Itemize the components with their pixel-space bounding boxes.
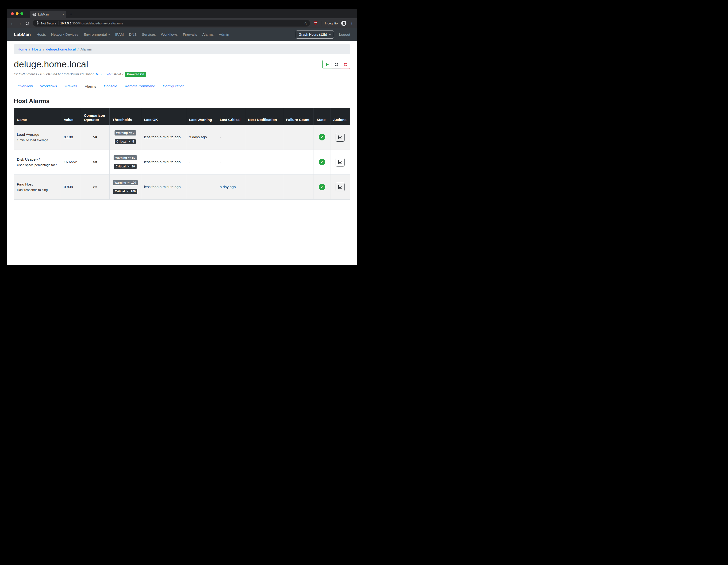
chart-line-icon: [338, 160, 342, 164]
table-row: Disk Usage - /Used space percentage for …: [14, 149, 350, 174]
nav-item-dns[interactable]: DNS: [126, 32, 139, 37]
col-state: State: [314, 108, 330, 125]
app-navbar: LabMan Hosts Network Devices Environment…: [7, 28, 357, 41]
restart-host-button[interactable]: [332, 60, 341, 69]
graph-hours-dropdown[interactable]: Graph Hours (12h): [296, 31, 334, 38]
alarm-name: Disk Usage - /: [17, 157, 58, 161]
start-host-button[interactable]: [322, 60, 332, 69]
zoom-button[interactable]: [20, 12, 23, 15]
breadcrumb-hosts[interactable]: Hosts: [32, 47, 42, 51]
tab-remote-command[interactable]: Remote Command: [121, 82, 159, 91]
table-row: Ping HostHost responds to ping 0.839 >= …: [14, 174, 350, 199]
url-path: :3000/hosts/deluge-home-local/alarms: [71, 22, 123, 25]
nav-item-alarms[interactable]: Alarms: [200, 32, 216, 37]
next-notification: [245, 174, 283, 199]
nav-item-services[interactable]: Services: [139, 32, 158, 37]
kebab-menu-icon[interactable]: ⋮: [350, 21, 354, 26]
critical-threshold-badge: Critical: >= 90: [114, 164, 137, 169]
col-value: Value: [61, 108, 81, 125]
logout-link[interactable]: Logout: [339, 32, 350, 37]
browser-tabstrip: LabMan × +: [7, 9, 357, 18]
nav-item-environmental[interactable]: Environmental: [81, 32, 113, 37]
brand-labman[interactable]: LabMan: [14, 32, 31, 37]
minimize-button[interactable]: [16, 12, 19, 15]
tab-console[interactable]: Console: [100, 82, 121, 91]
chart-line-icon: [338, 185, 342, 189]
toolbar-separator: [321, 21, 321, 26]
col-last-ok: Last OK: [141, 108, 186, 125]
col-actions: Actions: [330, 108, 350, 125]
power-icon: [344, 62, 348, 66]
last-critical: a day ago: [217, 174, 245, 199]
last-warning: -: [186, 174, 217, 199]
nav-item-ipam[interactable]: IPAM: [113, 32, 126, 37]
nav-item-network-devices[interactable]: Network Devices: [48, 32, 81, 37]
host-specs: 1x CPU Cores / 0.5 GB RAM / IntelXeon Cl…: [14, 72, 350, 77]
powered-on-badge: Powered On: [125, 72, 146, 77]
ublock-shield-icon[interactable]: uO: [314, 21, 318, 26]
check-circle-icon: ✓: [319, 134, 325, 140]
alarm-value: 0.188: [61, 125, 81, 149]
chevron-down-icon: [329, 34, 331, 35]
address-bar[interactable]: Not Secure 10.7.5.6:3000/hosts/deluge-ho…: [33, 20, 310, 27]
tab-firewall[interactable]: Firewall: [61, 82, 81, 91]
last-ok: less than a minute ago: [141, 125, 186, 149]
host-power-controls: [322, 60, 350, 69]
warning-threshold-badge: Warning >= 100: [113, 180, 138, 185]
host-ip-link[interactable]: 10.7.5.246: [95, 72, 112, 76]
browser-toolbar: ← → Not Secure 10.7.5.6:3000/hosts/delug…: [7, 18, 357, 28]
nav-item-workflows[interactable]: Workflows: [158, 32, 180, 37]
browser-tab[interactable]: LabMan ×: [30, 11, 66, 18]
power-off-host-button[interactable]: [341, 60, 350, 69]
last-ok: less than a minute ago: [141, 174, 186, 199]
breadcrumb-home[interactable]: Home: [18, 47, 27, 51]
alarm-operator: >=: [81, 149, 110, 174]
alarm-value: 16.6552: [61, 149, 81, 174]
nav-item-admin[interactable]: Admin: [216, 32, 232, 37]
last-critical: -: [217, 149, 245, 174]
back-icon[interactable]: ←: [10, 21, 14, 25]
nav-item-hosts[interactable]: Hosts: [34, 32, 49, 37]
last-ok: less than a minute ago: [141, 149, 186, 174]
reload-icon[interactable]: [25, 21, 29, 25]
close-button[interactable]: [11, 12, 14, 15]
incognito-icon[interactable]: [341, 21, 346, 26]
breadcrumb-host[interactable]: deluge.home.local: [46, 47, 76, 51]
view-graph-button[interactable]: [336, 133, 345, 142]
url-host: 10.7.5.6: [60, 22, 71, 25]
alarm-name: Ping Host: [17, 182, 58, 186]
failure-count: [283, 125, 314, 149]
forward-icon[interactable]: →: [18, 21, 22, 25]
nav-item-firewalls[interactable]: Firewalls: [180, 32, 200, 37]
col-last-critical: Last Critical: [217, 108, 245, 125]
col-name: Name: [14, 108, 61, 125]
tab-overview[interactable]: Overview: [14, 82, 37, 91]
tab-configuration[interactable]: Configuration: [159, 82, 188, 91]
breadcrumb: Home / Hosts / deluge.home.local / Alarm…: [14, 44, 350, 54]
tab-workflows[interactable]: Workflows: [37, 82, 61, 91]
security-label: Not Secure: [41, 22, 56, 25]
play-icon: [325, 62, 329, 66]
col-last-warning: Last Warning: [186, 108, 217, 125]
alarm-description: Used space percentage for /: [17, 163, 58, 167]
alarm-operator: >=: [81, 174, 110, 199]
view-graph-button[interactable]: [336, 183, 345, 191]
page-content: Home / Hosts / deluge.home.local / Alarm…: [7, 41, 357, 265]
warning-threshold-badge: Warning >= 80: [114, 155, 137, 160]
new-tab-button[interactable]: +: [69, 9, 73, 17]
view-graph-button[interactable]: [336, 158, 345, 166]
warning-threshold-badge: Warning >= 2: [115, 130, 136, 135]
table-header-row: Name Value Comparison Operator Threshold…: [14, 108, 350, 125]
col-next-notification: Next Notification: [245, 108, 283, 125]
alarm-description: 1 minute load average: [17, 138, 58, 142]
browser-window: LabMan × + ← → Not Secure 10.7.5.6:3: [7, 9, 357, 265]
col-failure-count: Failure Count: [283, 108, 314, 125]
info-icon[interactable]: [36, 21, 39, 26]
failure-count: [283, 174, 314, 199]
bookmark-star-icon[interactable]: ☆: [304, 21, 307, 26]
breadcrumb-current: Alarms: [80, 47, 92, 51]
alarm-operator: >=: [81, 125, 110, 149]
tab-alarms[interactable]: Alarms: [81, 82, 100, 91]
host-alarms-table: Name Value Comparison Operator Threshold…: [14, 108, 350, 199]
close-tab-icon[interactable]: ×: [62, 13, 64, 16]
